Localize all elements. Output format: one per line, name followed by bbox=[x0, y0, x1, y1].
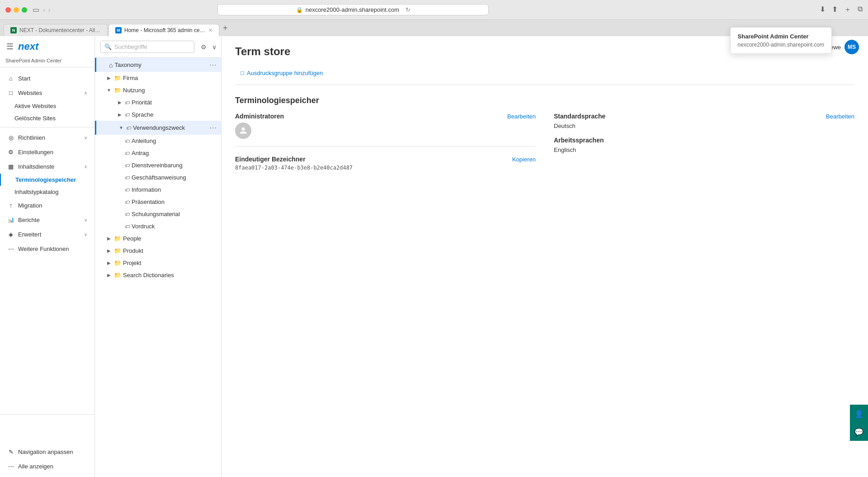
floating-buttons: 👤 💬 bbox=[850, 405, 868, 441]
sidebar-item-inhaltstypkatalog[interactable]: Inhaltstypkatalog bbox=[0, 186, 94, 198]
tree-item-dienstvereinbarung[interactable]: 🏷 Dienstvereinbarung bbox=[95, 159, 221, 171]
tree-item-taxonomy[interactable]: ⌂ Taxonomy ⋯ bbox=[95, 58, 221, 72]
sidebar-toggle-icon[interactable]: ▭ bbox=[33, 5, 39, 14]
tooltip-subtitle: nexcore2000-admin.sharepoint.com bbox=[738, 42, 824, 48]
sidebar-item-alle-anzeigen[interactable]: ⋯ Alle anzeigen bbox=[0, 459, 94, 473]
new-tab-button[interactable]: + bbox=[220, 24, 231, 33]
std-lang-edit-link[interactable]: Bearbeiten bbox=[826, 113, 854, 120]
tree-item-sprache[interactable]: ▶ 🏷 Sprache bbox=[95, 109, 221, 121]
lock-icon: 🔒 bbox=[296, 7, 303, 13]
sidebar-label-geloeschte-sites: Gelöschte Sites bbox=[14, 115, 56, 122]
tree-label-prioritaet: Priorität bbox=[132, 99, 217, 106]
tree-item-firma[interactable]: ▶ 📁 Firma ⋯ bbox=[95, 72, 221, 84]
search-input[interactable] bbox=[114, 43, 190, 50]
work-lang-value: Englisch bbox=[554, 146, 854, 153]
close-button[interactable] bbox=[5, 7, 11, 13]
tree-item-vordruck[interactable]: 🏷 Vordruck bbox=[95, 220, 221, 232]
admin-edit-link[interactable]: Bearbeiten bbox=[507, 113, 536, 120]
tree-item-prioritaet[interactable]: ▶ 🏷 Priorität bbox=[95, 96, 221, 109]
tree-dropdown-button[interactable]: ∨ bbox=[210, 43, 218, 52]
tab-label-2: Home - Microsoft 365 admin center bbox=[124, 27, 206, 33]
sidebar-label-websites: Websites bbox=[18, 90, 42, 96]
tree-label-schulungsmaterial: Schulungsmaterial bbox=[132, 211, 217, 217]
sidebar-item-aktive-websites[interactable]: Aktive Websites bbox=[0, 100, 94, 112]
tree-more-taxonomy[interactable]: ⋯ bbox=[209, 61, 217, 69]
tree-item-search-dictionaries[interactable]: ▶ 📁 Search Dictionaries ⋯ bbox=[95, 269, 221, 281]
download-icon[interactable]: ⬇ bbox=[820, 5, 826, 14]
tree-more-verwendungszweck[interactable]: ⋯ bbox=[209, 123, 217, 132]
berichte-arrow-icon: ∨ bbox=[84, 217, 87, 222]
tree-item-verwendungszweck[interactable]: ▼ 🏷 Verwendungszweck ⋯ bbox=[95, 121, 221, 135]
tree-item-information[interactable]: 🏷 Information bbox=[95, 184, 221, 196]
admin-label: Administratoren bbox=[235, 113, 284, 120]
tree-label-antrag: Antrag bbox=[132, 150, 217, 156]
sidebar-item-websites[interactable]: □ Websites ∧ bbox=[0, 85, 94, 100]
user-avatar[interactable]: MS bbox=[844, 40, 859, 54]
tree-label-information: Information bbox=[132, 186, 217, 193]
richtlinien-icon: ◎ bbox=[7, 134, 14, 141]
tree-item-people[interactable]: ▶ 📁 People ⋯ bbox=[95, 232, 221, 245]
floating-chat-button[interactable]: 💬 bbox=[850, 423, 868, 441]
sidebar-item-geloeschte-sites[interactable]: Gelöschte Sites bbox=[0, 112, 94, 124]
sidebar-item-migration[interactable]: ↑ Migration bbox=[0, 198, 94, 213]
verwendungszweck-tag-icon: 🏷 bbox=[126, 125, 131, 131]
tree-item-nutzung[interactable]: ▼ 📁 Nutzung ⋯ bbox=[95, 84, 221, 96]
sidebar-item-einstellungen[interactable]: ⚙ Einstellungen bbox=[0, 145, 94, 159]
tree-item-antrag[interactable]: 🏷 Antrag bbox=[95, 147, 221, 159]
info-col-admin: Administratoren Bearbeiten bbox=[235, 113, 536, 171]
sidebar-item-richtlinien[interactable]: ◎ Richtlinien ∨ bbox=[0, 130, 94, 145]
tree-item-geschaeftsanweisung[interactable]: 🏷 Geschäftsanweisung bbox=[95, 171, 221, 184]
sidebar-item-start[interactable]: ⌂ Start bbox=[0, 71, 94, 85]
content-panel: Term store □ Ausdrucksgruppe hinzufügen … bbox=[222, 36, 868, 477]
forward-icon[interactable]: › bbox=[48, 6, 50, 14]
sidebar-item-weitere-funktionen[interactable]: ⋯ Weitere Funktionen bbox=[0, 241, 94, 256]
minimize-button[interactable] bbox=[14, 7, 19, 13]
produkt-folder-icon: 📁 bbox=[114, 247, 121, 254]
maximize-button[interactable] bbox=[22, 7, 27, 13]
extensions-icon[interactable]: ⧉ bbox=[858, 5, 863, 14]
tab-nextdokumentencenter[interactable]: N NEXT - Dokumentencenter - Alle Dokumen… bbox=[4, 24, 108, 36]
tree-panel: 🔍 ⚙ ∨ ⌂ Taxonomy ⋯ ▶ bbox=[95, 36, 222, 477]
admin-label-row: Administratoren Bearbeiten bbox=[235, 113, 536, 120]
tree-item-praesentation[interactable]: 🏷 Präsentation bbox=[95, 196, 221, 208]
search-dictionaries-expand-icon: ▶ bbox=[106, 272, 112, 279]
tree-item-schulungsmaterial[interactable]: 🏷 Schulungsmaterial bbox=[95, 208, 221, 220]
sidebar-item-erweitert[interactable]: ◈ Erweitert ∨ bbox=[0, 227, 94, 241]
tree-item-produkt[interactable]: ▶ 📁 Produkt ⋯ bbox=[95, 245, 221, 257]
sidebar-label-alle-anzeigen: Alle anzeigen bbox=[18, 463, 53, 470]
tree-label-verwendungszweck: Verwendungszweck bbox=[133, 124, 209, 131]
back-icon[interactable]: ‹ bbox=[43, 6, 45, 14]
tab-close-2[interactable]: ✕ bbox=[208, 28, 212, 33]
floating-user-button[interactable]: 👤 bbox=[850, 405, 868, 423]
sidebar-item-navigation-anpassen[interactable]: ✎ Navigation anpassen bbox=[0, 444, 94, 459]
projekt-folder-icon: 📁 bbox=[114, 260, 121, 266]
tab-microsoft365[interactable]: M Home - Microsoft 365 admin center ✕ bbox=[108, 24, 219, 36]
sidebar-item-terminologiespeicher[interactable]: Terminologiespeicher bbox=[0, 174, 94, 186]
richtlinien-arrow-icon: ∨ bbox=[84, 135, 87, 140]
info-section: Administratoren Bearbeiten bbox=[235, 113, 854, 171]
sidebar-nav: ⌂ Start □ Websites ∧ Aktive Websites Gel… bbox=[0, 67, 94, 477]
tree-item-projekt[interactable]: ▶ 📁 Projekt ⋯ bbox=[95, 257, 221, 269]
tree-label-dienstvereinbarung: Dienstvereinbarung bbox=[132, 162, 217, 169]
sidebar-label-inhaltsdienste: Inhaltsdienste bbox=[18, 163, 54, 170]
hamburger-button[interactable]: ☰ bbox=[5, 41, 14, 52]
sidebar-label-inhaltstypkatalog: Inhaltstypkatalog bbox=[14, 189, 59, 195]
sidebar-item-inhaltsdienste[interactable]: ▦ Inhaltsdienste ∧ bbox=[0, 159, 94, 174]
new-tab-icon[interactable]: ＋ bbox=[844, 5, 851, 14]
tree-settings-button[interactable]: ⚙ bbox=[199, 43, 208, 52]
share-icon[interactable]: ⬆ bbox=[832, 5, 838, 14]
tree-label-praesentation: Präsentation bbox=[132, 198, 217, 205]
tree-label-nutzung: Nutzung bbox=[123, 87, 217, 94]
identifier-copy-link[interactable]: Kopieren bbox=[512, 156, 536, 163]
information-tag-icon: 🏷 bbox=[125, 187, 130, 193]
tree-label-vordruck: Vordruck bbox=[132, 223, 217, 230]
schulungsmaterial-tag-icon: 🏷 bbox=[125, 212, 130, 217]
antrag-tag-icon: 🏷 bbox=[125, 151, 130, 156]
add-group-button[interactable]: □ Ausdrucksgruppe hinzufügen bbox=[235, 67, 328, 79]
home-icon: ⌂ bbox=[7, 75, 14, 82]
refresh-icon[interactable]: ↻ bbox=[406, 6, 410, 13]
app-logo: next bbox=[18, 41, 38, 52]
tree-item-anleitung[interactable]: 🏷 Anleitung bbox=[95, 135, 221, 147]
sidebar-item-berichte[interactable]: 📊 Berichte ∨ bbox=[0, 213, 94, 227]
address-bar[interactable]: 🔒 nexcore2000-admin.sharepoint.com ↻ bbox=[217, 4, 489, 15]
